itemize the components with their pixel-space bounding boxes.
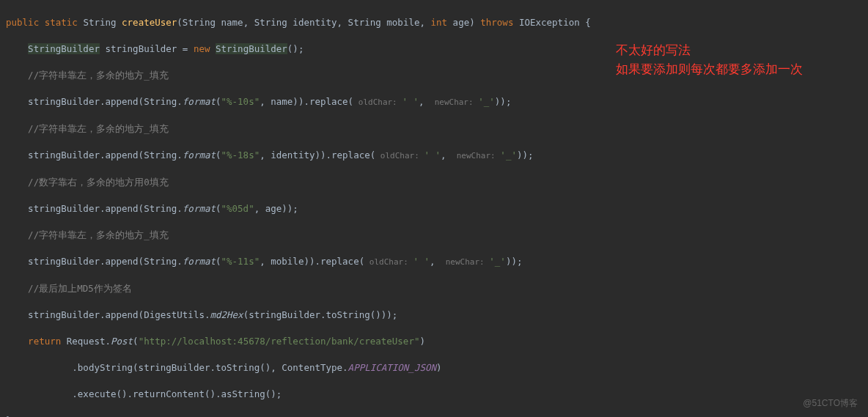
code-line: public static String createUser(String n… bbox=[0, 16, 868, 29]
code-line: //字符串靠左，多余的地方_填充 bbox=[0, 229, 868, 242]
watermark: @51CTO博客 bbox=[803, 397, 858, 410]
code-line: stringBuilder.append(DigestUtils.md2Hex(… bbox=[0, 309, 868, 322]
code-line: return Request.Post("http://localhost:45… bbox=[0, 335, 868, 348]
code-line: //字符串靠左，多余的地方_填充 bbox=[0, 122, 868, 136]
code-line: .bodyString(stringBuilder.toString(), Co… bbox=[0, 361, 868, 374]
code-line: stringBuilder.append(String.format("%05d… bbox=[0, 202, 868, 215]
code-line: //最后加上MD5作为签名 bbox=[0, 282, 868, 295]
code-line: } bbox=[0, 414, 868, 417]
annotation-overlay: 不太好的写法 如果要添加则每次都要多添加一次 bbox=[616, 41, 803, 79]
code-line: stringBuilder.append(String.format("%-18… bbox=[0, 149, 868, 163]
annotation-line-2: 如果要添加则每次都要多添加一次 bbox=[616, 60, 803, 79]
code-line: //数字靠右，多余的地方用0填充 bbox=[0, 176, 868, 189]
code-line: .execute().returnContent().asString(); bbox=[0, 388, 868, 401]
code-line: stringBuilder.append(String.format("%-10… bbox=[0, 95, 868, 109]
annotation-line-1: 不太好的写法 bbox=[616, 41, 803, 60]
code-line: stringBuilder.append(String.format("%-11… bbox=[0, 255, 868, 269]
